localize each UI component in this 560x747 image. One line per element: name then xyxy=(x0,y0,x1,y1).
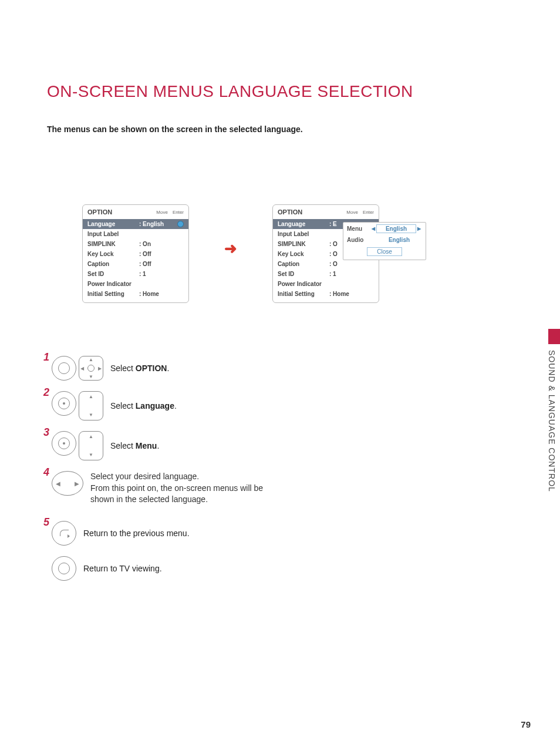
osd-row[interactable]: Initial Setting: Home xyxy=(83,289,188,299)
selection-dot-icon xyxy=(177,221,184,227)
step-text: Select OPTION. xyxy=(110,364,169,373)
step-text: Select Language. xyxy=(110,401,177,410)
step-number: 2 xyxy=(43,386,49,399)
osd-row[interactable]: Power Indicator xyxy=(273,279,379,289)
step-number: 4 xyxy=(43,466,49,479)
enter-button-icon xyxy=(52,391,76,416)
step-text: Select Menu. xyxy=(110,441,159,450)
step-number: 3 xyxy=(43,426,49,439)
popup-audio-row[interactable]: Audio English xyxy=(343,235,426,245)
section-label: SOUND & LANGUAGE CONTROL xyxy=(547,344,556,492)
osd-title: OPTION xyxy=(87,208,112,216)
step-text: Select your desired language. From this … xyxy=(90,471,266,506)
step-number: 5 xyxy=(43,516,49,529)
osd-row[interactable]: SIMPLINK: On xyxy=(83,239,188,249)
hint-move: Move xyxy=(156,210,168,215)
triangle-right-icon[interactable]: ▶ xyxy=(416,226,422,231)
step-number: 1 xyxy=(43,351,49,364)
osd-row[interactable]: Initial Setting: Home xyxy=(273,289,379,299)
dpad-icon: ▲▼◀▶ xyxy=(79,356,103,381)
step-text: Return to TV viewing. xyxy=(83,564,162,573)
popup-close-button[interactable]: Close xyxy=(367,247,402,256)
section-marker xyxy=(548,329,560,344)
osd-row[interactable]: Input Label xyxy=(83,229,188,239)
hint-enter: Enter xyxy=(363,210,374,215)
return-button-icon xyxy=(52,521,76,546)
osd-row-language[interactable]: Language : English xyxy=(83,219,188,229)
intro-text: The menus can be shown on the screen in … xyxy=(47,124,519,134)
exit-button-icon xyxy=(52,556,76,581)
triangle-left-icon[interactable]: ◀ xyxy=(370,226,376,231)
osd-row[interactable]: Set ID: 1 xyxy=(83,269,188,279)
page-number: 79 xyxy=(521,719,531,729)
osd-panel-left: OPTION Move Enter Language : English Inp… xyxy=(82,204,189,303)
osd-row[interactable]: Set ID: 1 xyxy=(273,269,379,279)
updown-icon: ▲▼ xyxy=(79,391,103,420)
language-popup: Menu ◀ English ▶ Audio English Close xyxy=(343,222,426,260)
osd-row[interactable]: Key Lock: Off xyxy=(83,249,188,259)
osd-row[interactable]: Power Indicator xyxy=(83,279,188,289)
hint-enter: Enter xyxy=(173,210,184,215)
step-text: Return to the previous menu. xyxy=(83,529,190,538)
enter-button-icon xyxy=(52,431,76,456)
menu-button-icon xyxy=(52,356,76,381)
hint-move: Move xyxy=(346,210,358,215)
arrow-right-icon: ➜ xyxy=(224,240,237,258)
osd-row[interactable]: Caption: Off xyxy=(83,259,188,269)
popup-menu-row[interactable]: Menu ◀ English ▶ xyxy=(343,223,426,235)
osd-row[interactable]: Caption: O xyxy=(273,259,379,269)
updown-icon: ▲▼ xyxy=(79,431,103,460)
page-title: ON-SCREEN MENUS LANGUAGE SELECTION xyxy=(47,82,519,101)
leftright-icon: ◀▶ xyxy=(52,471,83,496)
osd-title: OPTION xyxy=(278,208,302,216)
